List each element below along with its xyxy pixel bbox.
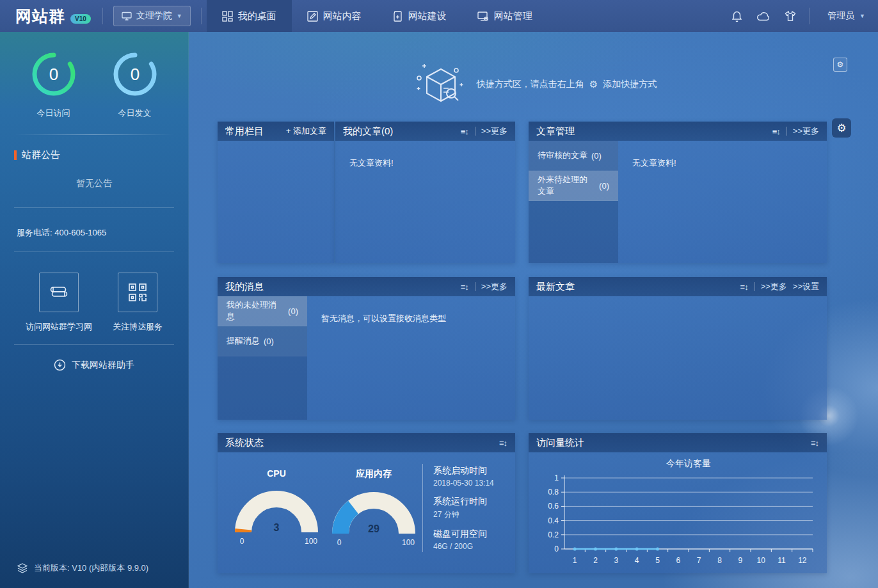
- notifications-button[interactable]: [724, 0, 749, 32]
- tab-site-content[interactable]: 网站内容: [292, 0, 377, 32]
- stat-value: 0: [49, 65, 58, 84]
- divider: [14, 207, 174, 208]
- tab-count: (0): [264, 337, 274, 346]
- svg-text:7: 7: [697, 556, 701, 565]
- empty-message: 无文章资料!: [618, 141, 827, 186]
- theme-button[interactable]: [778, 0, 802, 32]
- cloud-button[interactable]: [751, 0, 776, 32]
- info-item: 系统启动时间 2018-05-30 13:14: [433, 465, 509, 488]
- monitor-gear-icon: [477, 11, 489, 22]
- panel-header: 我的消息 ≡↕ >>更多: [218, 277, 515, 296]
- settings-link[interactable]: >>设置: [793, 281, 819, 292]
- info-label: 系统启动时间: [433, 465, 509, 477]
- svg-text:100: 100: [402, 538, 415, 547]
- stat-label: 今日访问: [37, 107, 70, 119]
- panel-header: 我的文章(0) ≡↕ >>更多: [335, 122, 515, 141]
- gauge-title: 应用内存: [356, 468, 392, 480]
- svg-text:0: 0: [554, 544, 559, 553]
- shortcut-settings-button[interactable]: ⚙: [833, 58, 847, 72]
- info-item: 系统运行时间 27 分钟: [433, 496, 509, 520]
- grid-icon: [222, 11, 233, 22]
- gauge-arc: 29 0 100: [325, 482, 422, 548]
- tab-external-pending[interactable]: 外来待处理的文章 (0): [529, 171, 618, 201]
- main-content: 快捷方式区，请点击右上角 ⚙ 添加快捷方式 ⚙ ⚙ 常用栏目 + 添加文章 我的…: [189, 32, 878, 588]
- tab-unhandled-messages[interactable]: 我的未处理消息 (0): [218, 296, 307, 326]
- tab-count: (0): [288, 306, 298, 316]
- panel-system-status: 系统状态 ≡↕ CPU 3 0 100 应用内存 29: [218, 433, 515, 573]
- svg-text:10: 10: [756, 556, 765, 565]
- tab-site-build[interactable]: 网站建设: [377, 0, 462, 32]
- tab-count: (0): [599, 181, 609, 191]
- divider: [14, 251, 174, 252]
- notice-section-title: 站群公告: [0, 147, 188, 164]
- qrcode-icon: [118, 273, 157, 312]
- tab-my-desktop[interactable]: 我的桌面: [207, 0, 292, 32]
- download-assistant-link[interactable]: 下载网站群助手: [0, 356, 188, 374]
- chevron-down-icon: ▼: [177, 13, 182, 19]
- svg-text:3: 3: [614, 556, 618, 565]
- notice-title-text: 站群公告: [22, 149, 60, 161]
- panel-latest-articles: 最新文章 ≡↕ >>更多 >>设置: [529, 277, 827, 420]
- tab-reminder-messages[interactable]: 提醒消息 (0): [218, 326, 307, 356]
- panel-body: [529, 296, 827, 420]
- hint-text-after: 添加快捷方式: [603, 79, 657, 90]
- divider: [475, 282, 475, 291]
- panel-my-articles: 我的文章(0) ≡↕ >>更多 无文章资料!: [335, 122, 515, 263]
- system-gauges: CPU 3 0 100 应用内存 29 0 100: [228, 468, 422, 548]
- sort-icon[interactable]: ≡↕: [461, 127, 469, 136]
- gauge-应用内存: 应用内存 29 0 100: [325, 468, 422, 548]
- panel-header: 最新文章 ≡↕ >>更多 >>设置: [529, 277, 827, 296]
- ring-gauge: 0: [111, 50, 159, 99]
- quick-link-label: 访问网站群学习网: [26, 321, 92, 333]
- site-selector-dropdown[interactable]: 文理学院 ▼: [113, 6, 191, 26]
- download-label: 下载网站群助手: [72, 360, 134, 371]
- divider: [475, 127, 475, 136]
- empty-message: 无文章资料!: [335, 141, 515, 186]
- stat-today-visits: 0 今日访问: [29, 50, 78, 119]
- svg-text:6: 6: [676, 556, 680, 565]
- user-label: 管理员: [827, 10, 854, 22]
- panel-header: 文章管理 ≡↕ >>更多: [529, 122, 827, 141]
- tab-pending-review[interactable]: 待审核的文章 (0): [529, 141, 618, 171]
- more-link[interactable]: >>更多: [793, 125, 819, 137]
- gear-icon: ⚙: [837, 60, 844, 69]
- bell-icon: [731, 10, 743, 22]
- info-value: 27 分钟: [433, 509, 509, 520]
- logo-area: 网站群 V10: [0, 0, 102, 32]
- panel-title: 文章管理: [536, 125, 575, 138]
- panel-header: 常用栏目 + 添加文章: [218, 122, 334, 141]
- sort-icon[interactable]: ≡↕: [499, 438, 507, 448]
- sort-icon[interactable]: ≡↕: [772, 127, 781, 136]
- svg-text:12: 12: [798, 556, 807, 565]
- gear-icon: ⚙: [836, 122, 846, 134]
- desktop-settings-button[interactable]: ⚙: [832, 118, 851, 138]
- today-stats: 0 今日访问 0 今日发: [0, 32, 188, 123]
- sort-icon[interactable]: ≡↕: [811, 438, 819, 448]
- link-learning-site[interactable]: 访问网站群学习网: [26, 273, 92, 333]
- user-menu[interactable]: 管理员 ▼: [816, 10, 865, 22]
- more-link[interactable]: >>更多: [761, 281, 787, 292]
- link-boda-service[interactable]: 关注博达服务: [113, 273, 163, 333]
- panel-common-columns: 常用栏目 + 添加文章: [218, 122, 334, 263]
- panel-body: 今年访客量00.20.40.60.81123456789101112: [529, 452, 827, 573]
- empty-box-icon: [410, 60, 465, 109]
- divider: [201, 8, 202, 24]
- tab-site-manage[interactable]: 网站管理: [462, 0, 548, 32]
- add-article-button[interactable]: + 添加文章: [286, 125, 326, 137]
- svg-text:5: 5: [655, 556, 660, 565]
- panel-article-management: 文章管理 ≡↕ >>更多 待审核的文章 (0) 外来待处理的文章 (0): [529, 122, 827, 263]
- panel-body: [218, 141, 334, 263]
- svg-text:100: 100: [305, 537, 317, 546]
- more-link[interactable]: >>更多: [481, 125, 507, 137]
- divider: [786, 127, 787, 136]
- quick-links: 访问网站群学习网 关注博达服务: [0, 264, 188, 333]
- more-link[interactable]: >>更多: [481, 281, 507, 292]
- version-info: 当前版本: V10 (内部版本 9.9.0): [17, 562, 148, 574]
- ring-gauge: 0: [29, 50, 78, 99]
- svg-text:1: 1: [554, 473, 559, 482]
- sort-icon[interactable]: ≡↕: [740, 282, 749, 292]
- info-value: 2018-05-30 13:14: [433, 479, 509, 488]
- tab-label: 我的未处理消息: [227, 299, 284, 322]
- svg-text:11: 11: [778, 556, 786, 565]
- sort-icon[interactable]: ≡↕: [461, 282, 469, 292]
